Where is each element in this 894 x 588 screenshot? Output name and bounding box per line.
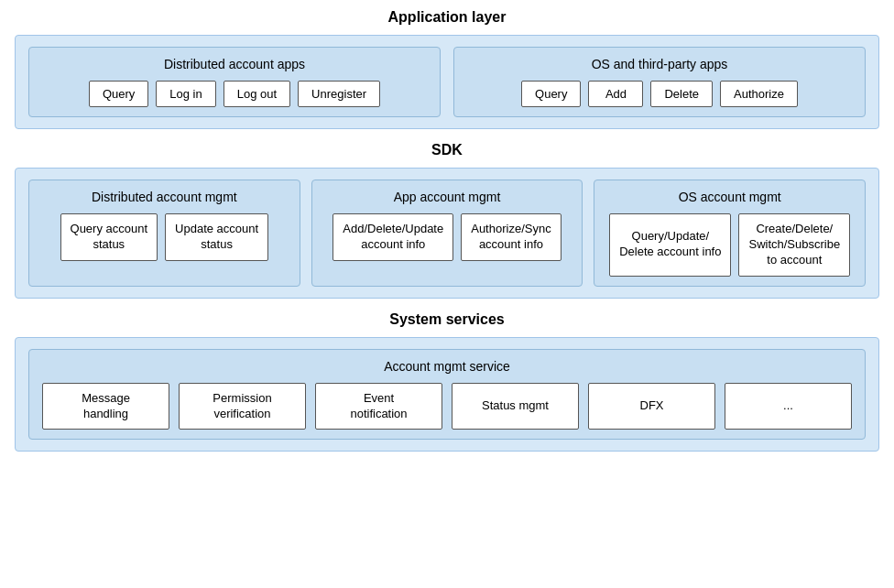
os-query-button[interactable]: Query (521, 81, 581, 107)
os-add-button[interactable]: Add (588, 81, 643, 107)
application-layer-block: Distributed account apps Query Log in Lo… (15, 35, 879, 129)
system-layer-block: Account mgmt service Messagehandling Per… (15, 337, 879, 452)
message-handling-button[interactable]: Messagehandling (42, 383, 169, 430)
query-update-delete-button[interactable]: Query/Update/Delete account info (609, 213, 731, 277)
account-mgmt-service-label: Account mgmt service (42, 359, 852, 374)
app-account-mgmt-box: App account mgmt Add/Delete/Updateaccoun… (311, 180, 583, 287)
app-mgmt-title: App account mgmt (323, 190, 572, 204)
query-account-status-button[interactable]: Query accountstatus (60, 213, 158, 261)
sdk-layer-block: Distributed account mgmt Query accountst… (15, 168, 879, 299)
distributed-account-apps-box: Distributed account apps Query Log in Lo… (28, 47, 441, 117)
authorize-sync-button[interactable]: Authorize/Syncaccount info (461, 213, 561, 261)
distributed-mgmt-box: Distributed account mgmt Query accountst… (28, 180, 300, 287)
sdk-title: SDK (15, 142, 879, 158)
os-delete-button[interactable]: Delete (650, 81, 713, 107)
permission-verification-button[interactable]: Permissionverification (179, 383, 306, 430)
system-services-title: System services (15, 311, 879, 328)
more-button[interactable]: ... (725, 383, 852, 430)
add-delete-update-button[interactable]: Add/Delete/Updateaccount info (333, 213, 453, 261)
os-box-title: OS and third-party apps (467, 57, 852, 71)
dist-mgmt-title: Distributed account mgmt (40, 190, 289, 204)
create-delete-switch-button[interactable]: Create/Delete/Switch/Subscribeto account (738, 213, 850, 277)
dist-logout-button[interactable]: Log out (224, 81, 290, 107)
page-title: Application layer (15, 9, 879, 26)
update-account-status-button[interactable]: Update accountstatus (165, 213, 268, 261)
distributed-box-title: Distributed account apps (42, 57, 427, 71)
dfx-button[interactable]: DFX (588, 383, 715, 430)
status-mgmt-button[interactable]: Status mgmt (452, 383, 579, 430)
dist-login-button[interactable]: Log in (156, 81, 215, 107)
os-third-party-apps-box: OS and third-party apps Query Add Delete… (453, 47, 866, 117)
event-notification-button[interactable]: Eventnotification (315, 383, 442, 430)
os-account-mgmt-box: OS account mgmt Query/Update/Delete acco… (594, 180, 866, 287)
dist-unregister-button[interactable]: Unregister (298, 81, 380, 107)
dist-query-button[interactable]: Query (89, 81, 148, 107)
os-mgmt-title: OS account mgmt (605, 190, 854, 204)
os-authorize-button[interactable]: Authorize (720, 81, 798, 107)
